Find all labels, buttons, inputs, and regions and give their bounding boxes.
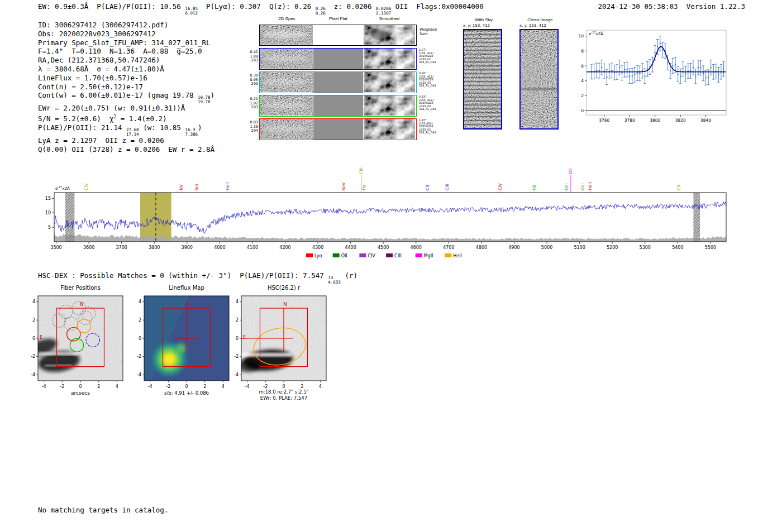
svg-text:5500: 5500 xyxy=(705,245,716,250)
svg-text:10: 10 xyxy=(45,210,51,215)
stacked-fraction: 27.6817.14 xyxy=(126,128,139,136)
info-line-11: S/N = 5.2(±0.6) χ2 = 1.4(±0.2) xyxy=(38,113,214,123)
clean-image-panel: Clean Image x, y: 153, 412 xyxy=(519,17,561,130)
weighted-2d-spec-image xyxy=(260,25,313,45)
svg-text:-2: -2 xyxy=(263,384,268,389)
svg-text:15: 15 xyxy=(45,196,51,201)
smoothed-image xyxy=(364,49,415,69)
info-line-10: EWr = 2.20(±0.75) (w: 0.91(±0.31))Å xyxy=(38,104,214,113)
data-points xyxy=(590,36,725,85)
info-line-1: ID: 3006297412 (3006297412.pdf) xyxy=(38,21,214,30)
smoothed-image xyxy=(364,72,415,93)
with-sky-title: With Sky xyxy=(463,17,504,22)
svg-text:-2: -2 xyxy=(137,354,141,359)
svg-text:4: 4 xyxy=(581,78,584,83)
svg-text:2: 2 xyxy=(97,384,100,389)
with-sky-image xyxy=(463,29,502,130)
svg-text:4: 4 xyxy=(236,299,239,304)
cutout-map-panels: Fiber PositionsNE-4-2024-4-2024arcsecsLi… xyxy=(28,281,352,418)
svg-text:4: 4 xyxy=(116,384,118,389)
svg-text:0: 0 xyxy=(32,336,35,341)
stacked-fraction: 16.37.386 xyxy=(185,128,198,136)
clean-image-coords: x, y: 153, 412 xyxy=(519,23,561,28)
svg-text:CIV: CIV xyxy=(368,253,375,258)
svg-text:3500: 3500 xyxy=(50,245,61,250)
svg-text:2: 2 xyxy=(581,93,584,98)
cutout-strip xyxy=(259,118,417,140)
emission-label-HeII: HeII xyxy=(588,182,593,190)
plot-frame xyxy=(586,30,726,115)
panel-caption: m:18.0 re:2.7" s:2.5" xyxy=(259,389,308,395)
weighted-sum-strip xyxy=(259,25,417,46)
flux-unit-label: e-17x2Å xyxy=(55,185,70,191)
emission-label-SiIV: SiIV xyxy=(341,182,346,190)
svg-text:6: 6 xyxy=(581,64,584,69)
svg-text:3800: 3800 xyxy=(650,118,660,123)
with-sky-panel: With Sky x, y: 153, 412 xyxy=(463,17,504,130)
svg-text:5400: 5400 xyxy=(672,245,683,250)
weighted-sum-label: Weighted Sum xyxy=(419,28,437,36)
weighted-pixel-flat-blank xyxy=(313,25,363,45)
svg-text:4500: 4500 xyxy=(378,245,389,250)
svg-text:0: 0 xyxy=(282,384,285,389)
info-line-2: Obs: 20200228v023_3006297412 xyxy=(38,30,214,39)
info-line-7: LineFlux = 1.70(±0.57)e-16 xyxy=(38,74,214,83)
footer-line-1: No matching targets in catalog. xyxy=(38,506,168,515)
info-line-9: Cont(w) = 6.00(±0.01)e-17 (gmag 19.78 19… xyxy=(38,91,214,104)
svg-text:4100: 4100 xyxy=(247,245,258,250)
svg-text:5100: 5100 xyxy=(574,245,585,250)
svg-text:MgII: MgII xyxy=(424,253,433,258)
svg-text:5000: 5000 xyxy=(541,245,552,250)
svg-text:4300: 4300 xyxy=(312,245,323,250)
svg-text:4: 4 xyxy=(222,384,225,389)
panel-caption-2: EWr: 0. PLAE: 7.547 xyxy=(260,395,307,401)
panel-caption: s/b: 4.91 +/- 0.086 xyxy=(164,390,209,396)
compass-north: N xyxy=(186,301,189,307)
svg-text:2: 2 xyxy=(236,318,239,323)
compass-north: N xyxy=(80,301,83,307)
emission-label-CII: CII xyxy=(676,185,681,190)
panel-title: Lineflux Map xyxy=(169,285,204,291)
emission-label-HeII: HeII xyxy=(225,182,230,190)
footer-notes: No matching targets in catalog. Row inte… xyxy=(38,488,168,532)
svg-text:4600: 4600 xyxy=(411,245,422,250)
svg-text:5200: 5200 xyxy=(607,245,618,250)
with-sky-coords: x, y: 153, 412 xyxy=(463,23,504,28)
svg-text:4: 4 xyxy=(139,299,141,304)
x-axis-label: arcsecs xyxy=(71,390,90,396)
stacked-fraction: 0.02062.1307 xyxy=(376,7,391,15)
cutout-strip xyxy=(259,48,417,70)
cutout-row-stats: 0.300.95293 xyxy=(248,74,258,87)
elixer-report-page: { "header": { "segments": [ {"t":"EW: 0.… xyxy=(0,0,782,532)
svg-text:3760: 3760 xyxy=(599,118,609,123)
emission-label-CIV: CIV xyxy=(498,183,503,190)
summary-header: EW: 0.9±0.3Å P(LAE)/P(OII): 10.56 16.856… xyxy=(38,2,484,15)
info-line-4: F=1.4" T=0.110 N=1.36 A=0.88 g̅=25.0 xyxy=(38,47,214,56)
col-title-pixel-flat: Pixel Flat xyxy=(313,16,363,21)
svg-text:10: 10 xyxy=(578,33,584,39)
svg-text:2: 2 xyxy=(139,318,141,323)
svg-text:-4: -4 xyxy=(31,372,35,377)
svg-text:0: 0 xyxy=(139,336,141,341)
emission-label-NV: NV xyxy=(179,184,184,190)
svg-text:4000: 4000 xyxy=(214,245,225,250)
svg-text:4700: 4700 xyxy=(443,245,454,250)
lineflux-map-panel: Lineflux MapN-4-2024-4-2024s/b: 4.91 +/-… xyxy=(137,285,229,396)
svg-text:4: 4 xyxy=(32,299,35,304)
svg-text:-4: -4 xyxy=(42,384,46,389)
panel-title: Fiber Positions xyxy=(60,285,101,291)
emission-line-labels: CIVNVSiIIHeIISiIVCIIIHγCIICIIICIVHβOIIIO… xyxy=(84,167,681,193)
cutout-row-annotation: 0.60"(153, 412)20200228v023_03314_RL_044 xyxy=(419,72,436,88)
cutout-strip xyxy=(259,95,417,117)
stacked-fraction: 19.7819.78 xyxy=(198,95,211,104)
svg-text:-4: -4 xyxy=(148,384,152,389)
2d-spec-image xyxy=(260,49,313,69)
compass-east: E xyxy=(40,334,42,340)
col-title-2d-spec: 2D Spec xyxy=(260,16,313,21)
detection-info-block: ID: 3006297412 (3006297412.pdf)Obs: 2020… xyxy=(38,21,214,154)
col-title-smoothed: Smoothed xyxy=(364,16,415,21)
info-line-8: Cont(n) = 2.50(±0.12)e-17 xyxy=(38,83,214,92)
2d-spec-image xyxy=(260,119,313,140)
cutout-row-4: 0.031.352941.47"(153.404)20200228v023_01… xyxy=(248,118,449,141)
emission-label-CIV: CIV xyxy=(84,183,89,190)
